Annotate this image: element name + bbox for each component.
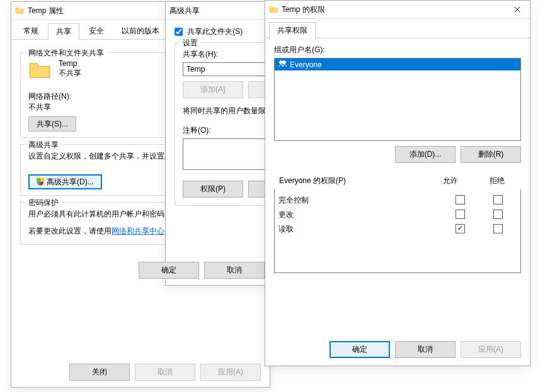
permissions-title: Temp 的权限	[282, 4, 505, 15]
permission-row: 完全控制	[275, 193, 520, 208]
close-icon[interactable]	[505, 1, 530, 18]
share-button[interactable]: 共享(S)...	[28, 116, 76, 132]
group-user-label: 组或用户名(G):	[274, 45, 521, 55]
users-listbox[interactable]: Everyone	[274, 58, 521, 141]
svg-point-0	[280, 61, 283, 64]
permissions-apply-button: 应用(A)	[461, 341, 521, 358]
folder-icon	[15, 6, 24, 15]
permissions-dialog: Temp 的权限 共享权限 组或用户名(G): Everyone 添加(D)..…	[265, 0, 530, 366]
advanced-cancel-button[interactable]: 取消	[204, 262, 265, 279]
tab-share-permissions[interactable]: 共享权限	[269, 22, 316, 38]
shield-icon	[37, 178, 44, 186]
deny-checkbox[interactable]	[493, 224, 503, 233]
password-protect-line2a: 若要更改此设置，请使用	[28, 227, 112, 235]
permission-name: 读取	[278, 224, 441, 235]
properties-close-button[interactable]: 关闭	[69, 364, 130, 381]
tab-share[interactable]: 共享	[48, 23, 79, 40]
group-icon	[278, 60, 287, 69]
permissions-remove-button[interactable]: 删除(R)	[461, 146, 521, 163]
user-name: Everyone	[290, 60, 322, 69]
allow-header: 允许	[428, 173, 473, 189]
permission-row: 读取	[275, 222, 520, 237]
advanced-ok-button[interactable]: 确定	[139, 262, 199, 279]
permissions-list-frame: 完全控制更改读取	[274, 189, 521, 273]
permissions-add-button[interactable]: 添加(D)...	[395, 146, 455, 163]
share-status: 不共享	[59, 68, 81, 79]
advanced-add-button: 添加(A)	[183, 81, 243, 98]
advanced-share-button[interactable]: 高级共享(D)...	[28, 174, 102, 189]
properties-cancel-button: 取消	[135, 364, 195, 381]
permissions-button[interactable]: 权限(P)	[183, 181, 243, 198]
allow-checkbox[interactable]	[455, 224, 465, 233]
share-this-folder-label[interactable]: 共享此文件夹(S)	[175, 27, 243, 36]
user-list-item[interactable]: Everyone	[275, 59, 520, 70]
folder-large-icon	[28, 59, 51, 84]
deny-checkbox[interactable]	[493, 195, 503, 204]
password-protect-legend: 密码保护	[26, 198, 61, 208]
permission-name: 完全控制	[278, 195, 441, 206]
allow-checkbox[interactable]	[455, 195, 465, 204]
deny-checkbox[interactable]	[493, 210, 503, 219]
tab-general[interactable]: 常规	[15, 23, 47, 39]
permission-name: 更改	[278, 210, 441, 220]
share-folder-name: Temp	[59, 59, 81, 68]
tab-previous-versions[interactable]: 以前的版本	[113, 23, 168, 39]
deny-header: 拒绝	[474, 173, 520, 189]
properties-apply-button: 应用(A)	[200, 364, 261, 381]
permissions-for-label: Everyone 的权限(P)	[275, 173, 427, 189]
allow-checkbox[interactable]	[455, 210, 465, 219]
permissions-titlebar[interactable]: Temp 的权限	[265, 1, 530, 19]
share-this-folder-checkbox[interactable]	[175, 28, 183, 36]
advanced-settings-legend: 设置	[180, 38, 200, 48]
folder-icon	[269, 5, 278, 14]
permission-row: 更改	[275, 208, 520, 222]
advanced-share-legend: 高级共享	[26, 140, 61, 150]
svg-point-1	[283, 61, 286, 64]
tab-security[interactable]: 安全	[81, 23, 112, 39]
permissions-cancel-button[interactable]: 取消	[395, 341, 455, 358]
network-sharing-center-link[interactable]: 网络和共享中心	[112, 227, 164, 235]
permissions-ok-button[interactable]: 确定	[329, 341, 390, 358]
network-share-legend: 网络文件和文件夹共享	[26, 48, 106, 59]
